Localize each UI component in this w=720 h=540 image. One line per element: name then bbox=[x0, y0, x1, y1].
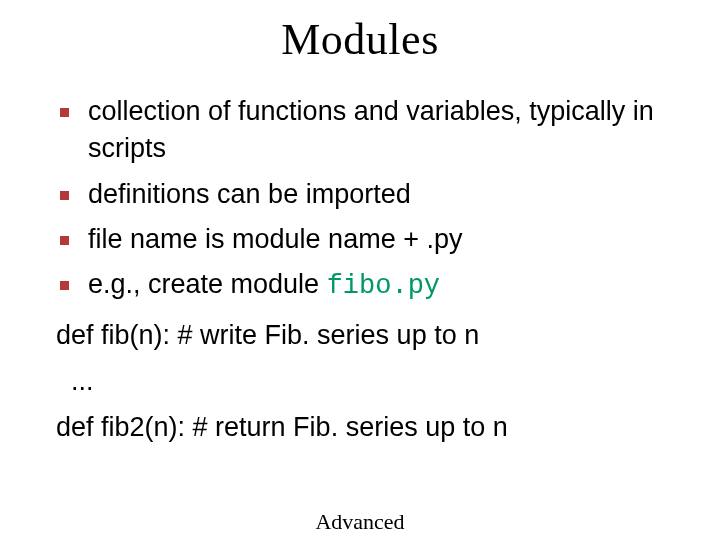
code-filename: fibo.py bbox=[327, 271, 440, 301]
slide-title: Modules bbox=[0, 14, 720, 65]
bullet-item: e.g., create module fibo.py bbox=[56, 266, 680, 305]
code-line: ... bbox=[56, 359, 680, 405]
footer: Advanced Programming bbox=[0, 509, 720, 540]
code-block: def fib(n): # write Fib. series up to n … bbox=[56, 313, 680, 451]
bullet-text: e.g., create module bbox=[88, 269, 327, 299]
footer-line: Advanced bbox=[0, 509, 720, 534]
bullet-item: definitions can be imported bbox=[56, 176, 680, 213]
bullet-item: collection of functions and variables, t… bbox=[56, 93, 680, 168]
slide: Modules collection of functions and vari… bbox=[0, 14, 720, 540]
code-line: def fib(n): # write Fib. series up to n bbox=[56, 313, 680, 359]
bullet-list: collection of functions and variables, t… bbox=[56, 93, 680, 305]
bullet-item: file name is module name + .py bbox=[56, 221, 680, 258]
footer-line: Programming bbox=[0, 535, 720, 540]
code-line: def fib2(n): # return Fib. series up to … bbox=[56, 405, 680, 451]
slide-body: collection of functions and variables, t… bbox=[0, 93, 720, 451]
